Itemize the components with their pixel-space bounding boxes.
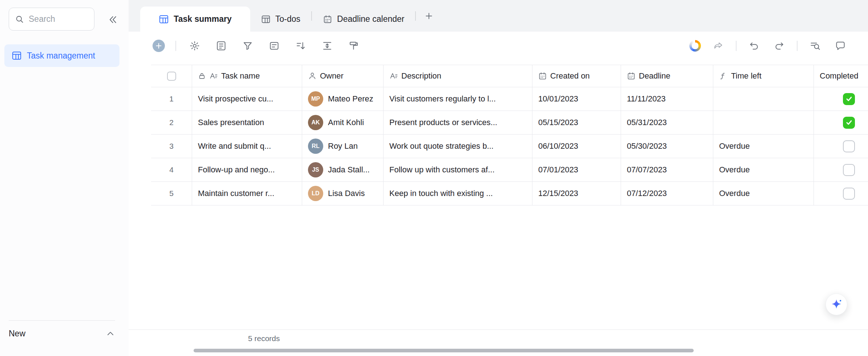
description-cell[interactable]: Visit customers regularly to l... <box>384 87 532 111</box>
view-tabs: Task summary To-dos Deadline calender <box>129 0 868 32</box>
completed-checkbox[interactable] <box>843 188 855 200</box>
horizontal-scrollbar[interactable] <box>194 349 694 352</box>
tab-to-dos[interactable]: To-dos <box>250 7 311 32</box>
created-on-cell[interactable]: 06/10/2023 <box>532 135 621 158</box>
chevron-up-icon[interactable] <box>106 329 115 339</box>
row-number[interactable]: 2 <box>151 111 192 134</box>
owner-cell[interactable]: MP Mateo Perez <box>302 87 384 111</box>
table-row: 5 Maintain customer r... LD Lisa Davis K… <box>151 182 868 205</box>
deadline-cell[interactable]: 05/31/2023 <box>621 111 713 134</box>
owner-cell[interactable]: LD Lisa Davis <box>302 182 384 205</box>
form-icon[interactable] <box>213 38 229 54</box>
records-table: Task name Owner Description <box>151 65 868 205</box>
completed-checkbox[interactable] <box>843 117 855 129</box>
record-count: 5 records <box>248 334 280 343</box>
check-icon <box>845 95 853 103</box>
owner-cell[interactable]: JS Jada Stall... <box>302 158 384 181</box>
table-row: 3 Write and submit q... RL Roy Lan Work … <box>151 135 868 158</box>
time-left-cell[interactable] <box>713 111 814 134</box>
tab-task-summary[interactable]: Task summary <box>140 7 250 32</box>
filter-icon[interactable] <box>240 38 256 54</box>
column-label: Owner <box>320 71 344 81</box>
column-header-deadline[interactable]: Deadline <box>621 65 713 87</box>
avatar: LD <box>308 186 323 201</box>
time-left-cell[interactable]: Overdue <box>713 135 814 158</box>
sync-spinner <box>689 40 701 52</box>
row-number[interactable]: 4 <box>151 158 192 181</box>
share-icon[interactable] <box>710 38 726 54</box>
table-row: 4 Follow-up and nego... JS Jada Stall...… <box>151 158 868 182</box>
description-cell[interactable]: Follow up with customers af... <box>384 158 532 181</box>
column-header-time-left[interactable]: Time left <box>713 65 814 87</box>
sidebar-footer: New <box>9 320 115 339</box>
deadline-cell[interactable]: 11/11/2023 <box>621 87 713 111</box>
completed-cell[interactable] <box>814 111 868 134</box>
group-icon[interactable] <box>266 38 282 54</box>
deadline-cell[interactable]: 07/07/2023 <box>621 158 713 181</box>
sidebar-item-task-management[interactable]: Task management <box>4 44 119 67</box>
owner-cell[interactable]: AK Amit Kohli <box>302 111 384 134</box>
comment-icon[interactable] <box>832 38 848 54</box>
undo-icon[interactable] <box>746 38 762 54</box>
column-header-owner[interactable]: Owner <box>302 65 384 87</box>
task-name-cell[interactable]: Write and submit q... <box>192 135 302 158</box>
task-name-cell[interactable]: Visit prospective cu... <box>192 87 302 111</box>
ai-assistant-button[interactable] <box>826 293 847 315</box>
description-cell[interactable]: Work out quote strategies b... <box>384 135 532 158</box>
search-records-icon[interactable] <box>807 38 823 54</box>
settings-gear-icon[interactable] <box>187 38 203 54</box>
completed-cell[interactable] <box>814 87 868 111</box>
sidebar-collapse-icon[interactable] <box>105 13 121 26</box>
column-label: Description <box>401 71 441 81</box>
row-number[interactable]: 5 <box>151 182 192 205</box>
redo-icon[interactable] <box>771 38 787 54</box>
time-left-cell[interactable]: Overdue <box>713 182 814 205</box>
add-record-icon[interactable] <box>153 40 165 52</box>
column-header-description[interactable]: Description <box>384 65 532 87</box>
completed-cell[interactable] <box>814 158 868 181</box>
description-cell[interactable]: Keep in touch with existing ... <box>384 182 532 205</box>
task-name-cell[interactable]: Maintain customer r... <box>192 182 302 205</box>
column-header-completed[interactable]: Completed <box>814 65 868 87</box>
calendar-icon <box>323 15 332 24</box>
row-number[interactable]: 1 <box>151 87 192 111</box>
completed-checkbox[interactable] <box>843 164 855 176</box>
table-icon <box>159 14 169 24</box>
paint-format-icon[interactable] <box>346 38 362 54</box>
sort-icon[interactable] <box>293 38 309 54</box>
lock-icon <box>198 72 206 80</box>
created-on-cell[interactable]: 12/15/2023 <box>532 182 621 205</box>
tab-deadline-calendar[interactable]: Deadline calender <box>312 7 415 32</box>
sidebar: Task management New <box>0 0 129 356</box>
deadline-cell[interactable]: 05/30/2023 <box>621 135 713 158</box>
select-all-checkbox[interactable] <box>167 72 176 81</box>
completed-checkbox[interactable] <box>843 140 855 152</box>
column-header-created-on[interactable]: Created on <box>532 65 621 87</box>
avatar: MP <box>308 91 323 107</box>
completed-cell[interactable] <box>814 182 868 205</box>
row-number[interactable]: 3 <box>151 135 192 158</box>
column-label: Deadline <box>639 71 670 81</box>
row-height-icon[interactable] <box>319 38 335 54</box>
description-cell[interactable]: Present products or services... <box>384 111 532 134</box>
search-box[interactable] <box>9 8 94 31</box>
toolbar-separator <box>175 41 176 51</box>
created-on-cell[interactable]: 07/01/2023 <box>532 158 621 181</box>
time-left-cell[interactable]: Overdue <box>713 158 814 181</box>
column-label: Time left <box>731 71 762 81</box>
add-view-icon[interactable] <box>421 8 437 24</box>
owner-cell[interactable]: RL Roy Lan <box>302 135 384 158</box>
calendar-icon <box>538 72 547 80</box>
time-left-cell[interactable] <box>713 87 814 111</box>
column-header-task-name[interactable]: Task name <box>192 65 302 87</box>
new-button[interactable]: New <box>9 329 25 339</box>
search-input[interactable] <box>29 14 88 24</box>
avatar: JS <box>308 162 323 177</box>
created-on-cell[interactable]: 10/01/2023 <box>532 87 621 111</box>
completed-cell[interactable] <box>814 135 868 158</box>
created-on-cell[interactable]: 05/15/2023 <box>532 111 621 134</box>
task-name-cell[interactable]: Follow-up and nego... <box>192 158 302 181</box>
task-name-cell[interactable]: Sales presentation <box>192 111 302 134</box>
completed-checkbox[interactable] <box>843 93 855 105</box>
deadline-cell[interactable]: 07/12/2023 <box>621 182 713 205</box>
